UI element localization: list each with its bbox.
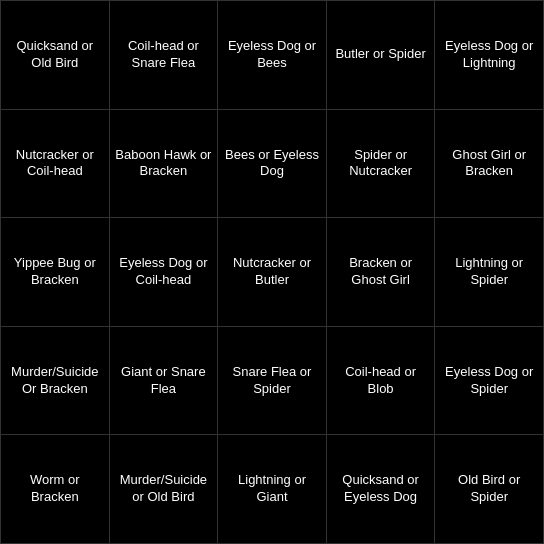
grid-cell-19: Eyeless Dog or Spider [435,327,544,436]
grid-cell-16: Giant or Snare Flea [110,327,219,436]
grid-cell-12: Nutcracker or Butler [218,218,327,327]
grid-cell-11: Eyeless Dog or Coil-head [110,218,219,327]
grid-cell-7: Bees or Eyeless Dog [218,110,327,219]
grid-cell-9: Ghost Girl or Bracken [435,110,544,219]
grid-cell-10: Yippee Bug or Bracken [1,218,110,327]
grid-cell-22: Lightning or Giant [218,435,327,544]
grid-cell-0: Quicksand or Old Bird [1,1,110,110]
grid-cell-21: Murder/Suicide or Old Bird [110,435,219,544]
grid-cell-23: Quicksand or Eyeless Dog [327,435,436,544]
grid-cell-2: Eyeless Dog or Bees [218,1,327,110]
grid-cell-4: Eyeless Dog or Lightning [435,1,544,110]
grid-cell-3: Butler or Spider [327,1,436,110]
grid-cell-1: Coil-head or Snare Flea [110,1,219,110]
grid-cell-18: Coil-head or Blob [327,327,436,436]
grid-cell-15: Murder/Suicide Or Bracken [1,327,110,436]
grid-cell-20: Worm or Bracken [1,435,110,544]
grid-cell-6: Baboon Hawk or Bracken [110,110,219,219]
grid-cell-13: Bracken or Ghost Girl [327,218,436,327]
grid-cell-14: Lightning or Spider [435,218,544,327]
grid-cell-8: Spider or Nutcracker [327,110,436,219]
grid-cell-17: Snare Flea or Spider [218,327,327,436]
grid-cell-5: Nutcracker or Coil-head [1,110,110,219]
bingo-grid: Quicksand or Old BirdCoil-head or Snare … [0,0,544,544]
grid-cell-24: Old Bird or Spider [435,435,544,544]
